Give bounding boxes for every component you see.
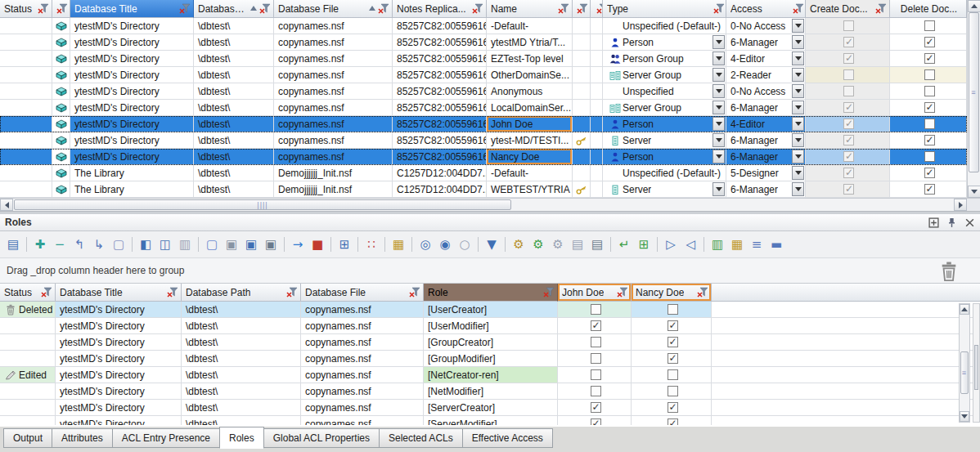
database-path-cell[interactable]: \dbtest\	[194, 132, 274, 148]
column-header-john-doe[interactable]: John Doe	[558, 284, 632, 302]
filter-icon[interactable]	[697, 287, 708, 298]
john-doe-role-checkbox[interactable]	[591, 353, 601, 364]
column-header-name[interactable]: Name	[487, 0, 573, 18]
fit-columns-button[interactable]: ▦	[389, 235, 407, 253]
database-path-cell[interactable]: \dbtest\	[194, 149, 274, 164]
entry-name-cell[interactable]: Anonymous	[487, 83, 573, 99]
scrollbar-thumb[interactable]	[974, 345, 978, 390]
delete-documents-cell[interactable]	[890, 116, 967, 132]
role-name-cell[interactable]: [ServerCreator]	[424, 400, 558, 415]
john-doe-role-cell[interactable]	[558, 318, 632, 333]
role-name-cell[interactable]: [UserModifier]	[424, 318, 558, 333]
filter-icon[interactable]	[409, 287, 420, 298]
column-compare-button[interactable]: ▥	[708, 235, 726, 253]
filter-icon[interactable]	[38, 3, 49, 14]
access-level-cell[interactable]: 6-Manager	[726, 181, 806, 197]
type-dropdown-button[interactable]	[713, 68, 725, 82]
database-file-cell[interactable]: copynames.nsf	[301, 302, 424, 317]
entry-type-cell[interactable]: Server	[603, 132, 726, 148]
database-title-cell[interactable]: ytestMD's Directory	[70, 18, 194, 34]
access-level-cell[interactable]: 4-Editor	[726, 51, 806, 66]
tab-roles[interactable]: Roles	[219, 427, 264, 449]
nancy-doe-role-checkbox[interactable]	[668, 304, 678, 315]
filter-icon[interactable]	[378, 3, 389, 14]
role-name-cell[interactable]: [NetModifier]	[424, 383, 558, 399]
database-path-cell[interactable]: \dbtest\	[182, 416, 301, 425]
delete-documents-cell[interactable]	[890, 165, 967, 181]
create-documents-cell[interactable]	[806, 83, 890, 99]
column-header-access[interactable]: Access	[726, 0, 806, 18]
role-row[interactable]: ytestMD's Directory \dbtest\ copynames.n…	[0, 334, 980, 351]
john-doe-role-cell[interactable]	[558, 302, 632, 317]
entry-name-cell[interactable]: John Doe	[487, 116, 573, 132]
john-doe-role-checkbox[interactable]	[591, 304, 601, 315]
database-file-cell[interactable]: copynames.nsf	[274, 34, 393, 50]
nancy-doe-role-checkbox[interactable]	[668, 353, 678, 364]
create-documents-cell[interactable]	[806, 132, 890, 148]
unfreeze-columns-button[interactable]: ▥	[176, 235, 194, 253]
john-doe-role-cell[interactable]	[558, 383, 632, 399]
tab-acl-entry-presence[interactable]: ACL Entry Presence	[112, 428, 220, 448]
create-documents-cell[interactable]	[806, 18, 890, 34]
database-path-cell[interactable]: \dbtest\	[182, 302, 301, 317]
database-title-cell[interactable]: ytestMD's Directory	[70, 116, 194, 132]
nancy-doe-role-checkbox[interactable]	[668, 320, 678, 331]
remove-entry-button[interactable]: −	[51, 235, 69, 253]
database-file-cell[interactable]: copynames.nsf	[301, 351, 424, 366]
notes-replica-cell[interactable]: C1257D12:004DD7...	[393, 165, 487, 181]
create-documents-cell[interactable]	[806, 67, 890, 83]
column-header-database-file[interactable]: Database File	[274, 0, 393, 18]
entry-type-cell[interactable]: Person	[603, 34, 726, 50]
database-title-cell[interactable]: ytestMD's Directory	[70, 83, 194, 99]
column-header-database-path[interactable]: Database Path	[182, 284, 301, 302]
column-header-create-documents[interactable]: Create Doc...	[806, 0, 890, 18]
delete-documents-cell[interactable]	[890, 181, 967, 197]
john-doe-role-checkbox[interactable]	[591, 418, 601, 425]
database-title-cell[interactable]: ytestMD's Directory	[70, 34, 194, 50]
create-documents-cell[interactable]	[806, 181, 890, 197]
notes-replica-cell[interactable]: C1257D12:004DD7...	[393, 181, 487, 197]
access-dropdown-button[interactable]	[792, 35, 804, 49]
create-documents-checkbox[interactable]	[843, 102, 854, 113]
notes-replica-cell[interactable]: 85257C82:00559616	[393, 116, 487, 132]
access-level-cell[interactable]: 6-Manager	[726, 34, 806, 50]
delete-documents-cell[interactable]	[890, 83, 967, 99]
scrollbar-track[interactable]	[511, 199, 954, 211]
database-title-cell[interactable]: ytestMD's Directory	[56, 416, 182, 425]
freeze-one-column-button[interactable]: ◧	[137, 235, 155, 253]
access-level-cell[interactable]: 6-Manager	[726, 132, 806, 148]
acl-entry-row[interactable]: The Library \dbtest\ Demojjjjjj_Init.nsf…	[0, 181, 967, 198]
tab-attributes[interactable]: Attributes	[52, 428, 113, 448]
role-row[interactable]: ytestMD's Directory \dbtest\ copynames.n…	[0, 383, 980, 400]
nancy-doe-role-checkbox[interactable]	[668, 418, 678, 425]
database-file-cell[interactable]: copynames.nsf	[274, 51, 393, 66]
john-doe-role-checkbox[interactable]	[591, 369, 601, 380]
scroll-down-button[interactable]	[968, 186, 980, 198]
access-dropdown-button[interactable]	[792, 133, 804, 147]
nancy-doe-role-cell[interactable]	[632, 400, 712, 415]
database-title-cell[interactable]: The Library	[70, 181, 194, 197]
database-path-cell[interactable]: \dbtest\	[194, 165, 274, 181]
expand-selection-button[interactable]: ▷	[662, 235, 680, 253]
column-header-database-title[interactable]: Database Title	[56, 284, 182, 302]
pin-panel-button[interactable]	[946, 217, 957, 228]
john-doe-role-cell[interactable]	[558, 334, 632, 350]
delete-documents-checkbox[interactable]	[924, 135, 935, 145]
access-level-cell[interactable]: 2-Reader	[726, 67, 806, 83]
bottom-view-button[interactable]: ▬	[767, 235, 785, 253]
role-name-cell[interactable]: [UserCreator]	[424, 302, 558, 317]
role-name-cell[interactable]: [NetCreator-ren]	[424, 367, 558, 383]
filter-icon[interactable]	[543, 287, 555, 298]
create-documents-cell[interactable]	[806, 165, 890, 181]
database-title-cell[interactable]: ytestMD's Directory	[70, 67, 194, 83]
database-path-cell[interactable]: \dbtest\	[194, 100, 274, 115]
filter-icon[interactable]	[875, 3, 887, 14]
john-doe-role-cell[interactable]	[558, 351, 632, 366]
categorize-button[interactable]: ∷	[362, 235, 380, 253]
zoom-out-button[interactable]: ○	[456, 235, 474, 253]
type-dropdown-button[interactable]	[713, 35, 725, 49]
filter-rows-button[interactable]: ▼	[483, 235, 501, 253]
create-documents-cell[interactable]	[806, 149, 890, 164]
create-documents-checkbox[interactable]	[843, 69, 854, 80]
filter-icon[interactable]	[472, 3, 483, 14]
